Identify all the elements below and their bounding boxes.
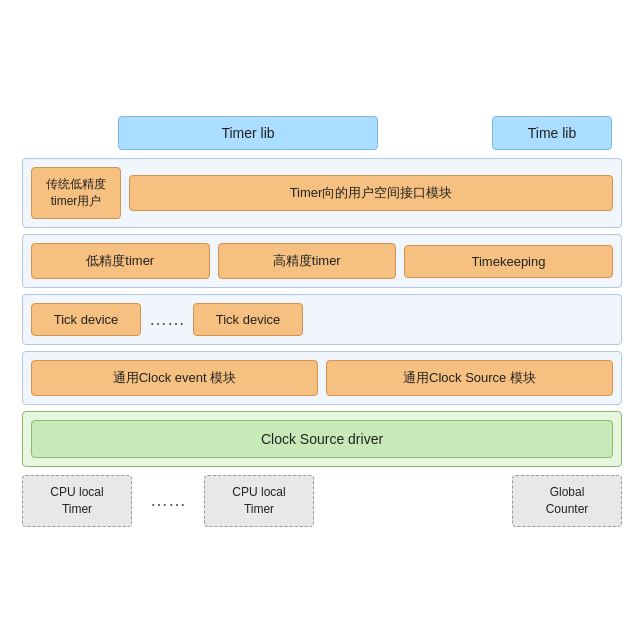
dots-2: …… [140, 475, 196, 527]
legacy-timer-user: 传统低精度 timer用户 [31, 167, 121, 219]
clock-event-module: 通用Clock event 模块 [31, 360, 318, 396]
timer-user-space-interface: Timer向的用户空间接口模块 [129, 175, 613, 211]
clock-source-module: 通用Clock Source 模块 [326, 360, 613, 396]
timer-lib-box: Timer lib [118, 116, 378, 150]
clock-source-driver: Clock Source driver [31, 420, 613, 458]
tick-device-1: Tick device [31, 303, 141, 336]
bottom-row: CPU local Timer …… CPU local Timer Globa… [22, 475, 622, 527]
top-row: Timer lib Time lib [22, 116, 622, 150]
global-counter: Global Counter [512, 475, 622, 527]
layer-clock-driver: Clock Source driver [22, 411, 622, 467]
dots-1: …… [149, 309, 185, 330]
layer-clock-modules: 通用Clock event 模块 通用Clock Source 模块 [22, 351, 622, 405]
time-lib-box: Time lib [492, 116, 612, 150]
tick-device-2: Tick device [193, 303, 303, 336]
cpu-local-timer-2: CPU local Timer [204, 475, 314, 527]
layer-timer-types: 低精度timer 高精度timer Timekeeping [22, 234, 622, 288]
diagram: Timer lib Time lib 传统低精度 timer用户 Timer向的… [12, 106, 632, 536]
cpu-local-timer-1: CPU local Timer [22, 475, 132, 527]
low-precision-timer: 低精度timer [31, 243, 210, 279]
layer-user-space: 传统低精度 timer用户 Timer向的用户空间接口模块 [22, 158, 622, 228]
timekeeping-box: Timekeeping [404, 245, 613, 278]
layer-tick-devices: Tick device …… Tick device [22, 294, 622, 345]
high-precision-timer: 高精度timer [218, 243, 397, 279]
